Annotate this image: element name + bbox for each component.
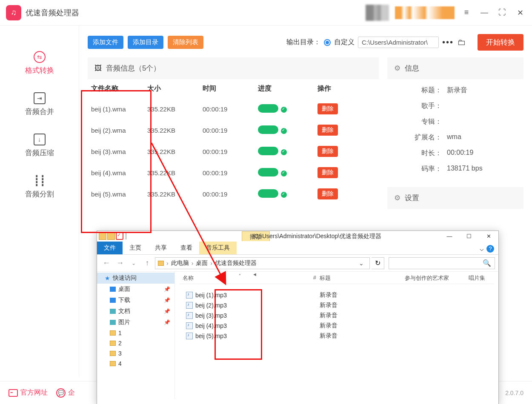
output-path-input[interactable]: C:\Users\Administrator\ — [358, 37, 439, 48]
help-icon[interactable]: ? — [486, 245, 494, 253]
info-value-duration: 00:00:19 — [447, 149, 473, 158]
ribbon-tab-share[interactable]: 共享 — [148, 242, 174, 254]
explorer-file-list: ◄ ˄ 名称 # 标题 参与创作的艺术家 唱片集 beij (1).mp3新录音… — [175, 272, 498, 399]
open-folder-icon[interactable]: 🗀 — [457, 37, 466, 47]
delete-button[interactable]: 删除 — [317, 125, 338, 136]
info-label-artist: 歌手： — [413, 102, 442, 111]
address-dropdown-icon[interactable]: ⌄ — [356, 260, 367, 267]
audio-info-title: 音频信息（5个） — [106, 63, 160, 73]
explorer-sidebar-item[interactable]: 4 — [97, 358, 174, 369]
refresh-icon[interactable]: ↻ — [372, 257, 384, 269]
address-bar[interactable]: › 此电脑 › 桌面 › 优速音频处理器 ⌄ — [155, 257, 370, 269]
nav-back-icon[interactable]: ← — [100, 257, 112, 269]
delete-button[interactable]: 删除 — [317, 103, 338, 114]
clear-list-button[interactable]: 清除列表 — [168, 36, 203, 49]
nav-forward-icon[interactable]: → — [114, 257, 126, 269]
star-icon: ★ — [105, 275, 110, 282]
minimize-icon[interactable]: — — [478, 7, 490, 19]
info-value-title: 新录音 — [447, 86, 467, 95]
gear-icon: ⚙ — [394, 193, 400, 202]
official-site-link[interactable]: 官方网址 — [9, 388, 48, 397]
explorer-file-row[interactable]: beij (5).mp3新录音 — [179, 331, 494, 341]
sidebar-item-audio-merge[interactable]: ⇥ 音频合并 — [0, 92, 79, 117]
address-folder-icon — [158, 261, 164, 266]
table-row[interactable]: beij (3).wma335.22KB00:00:19删除 — [88, 141, 379, 162]
custom-radio[interactable] — [324, 39, 331, 46]
mp3-file-icon — [186, 333, 193, 339]
explorer-file-row[interactable]: beij (2).mp3新录音 — [179, 300, 494, 310]
explorer-sidebar-item[interactable]: 文档📌 — [97, 306, 174, 317]
table-row[interactable]: beij (2).wma335.22KB00:00:19删除 — [88, 119, 379, 141]
col-track-num[interactable]: # — [303, 274, 320, 282]
explorer-file-row[interactable]: beij (3).mp3新录音 — [179, 310, 494, 321]
menu-icon[interactable]: ≡ — [460, 7, 472, 19]
sidebar-item-audio-compress[interactable]: ↓ 音频压缩 — [0, 134, 79, 158]
sidebar-item-audio-split[interactable]: ┋┋ 音频分割 — [0, 175, 79, 199]
explorer-sidebar-item[interactable]: 下载📌 — [97, 295, 174, 306]
file-name: beij (1).mp3 — [195, 292, 227, 299]
explorer-sidebar-item[interactable]: 图片📌 — [97, 317, 174, 328]
table-row[interactable]: beij (4).wma335.22KB00:00:19删除 — [88, 162, 379, 183]
explorer-sidebar-item[interactable]: 3 — [97, 348, 174, 358]
file-title: 新录音 — [320, 312, 405, 319]
explorer-sidebar-item[interactable]: 桌面📌 — [97, 284, 174, 295]
col-artist[interactable]: 参与创作的艺术家 — [405, 274, 469, 282]
sidebar-quick-access[interactable]: ★ 快速访问 — [97, 273, 174, 284]
sidebar-item-label: 下载 — [118, 296, 130, 304]
delete-button[interactable]: 删除 — [317, 167, 338, 178]
ribbon-tab-file[interactable]: 文件 — [97, 242, 123, 254]
explorer-close-icon[interactable]: ✕ — [479, 231, 498, 241]
custom-radio-label: 自定义 — [334, 38, 355, 47]
delete-button[interactable]: 删除 — [317, 146, 338, 157]
table-row[interactable]: beij (1).wma335.22KB00:00:19删除 — [88, 98, 379, 119]
explorer-qat-separator: | — [125, 232, 127, 240]
sidebar-item-label: 音频分割 — [25, 189, 54, 199]
explorer-file-row[interactable]: beij (4).mp3新录音 — [179, 321, 494, 331]
col-album[interactable]: 唱片集 — [469, 274, 494, 282]
file-title: 新录音 — [320, 332, 405, 340]
user-avatar[interactable] — [366, 5, 389, 21]
sidebar-item-label: 桌面 — [118, 285, 130, 293]
sidebar-item-format-convert[interactable]: ⇆ 格式转换 — [0, 51, 79, 75]
cell-time: 00:00:19 — [203, 191, 258, 198]
folder-icon — [110, 330, 116, 336]
close-icon[interactable]: ✕ — [514, 7, 526, 19]
crumb[interactable]: 桌面 — [196, 259, 208, 267]
col-progress: 进度 — [258, 84, 317, 93]
sidebar-item-label: 文档 — [118, 307, 130, 315]
explorer-sidebar-item[interactable]: 2 — [97, 338, 174, 348]
file-name: beij (4).mp3 — [195, 322, 227, 329]
browse-dots-button[interactable]: ••• — [442, 37, 454, 47]
add-dir-button[interactable]: 添加目录 — [128, 36, 163, 49]
explorer-sidebar-item[interactable]: 1 — [97, 328, 174, 338]
table-row[interactable]: beij (5).wma335.22KB00:00:19删除 — [88, 183, 379, 205]
cell-progress — [258, 189, 317, 199]
explorer-file-row[interactable]: beij (1).mp3新录音 — [179, 290, 494, 300]
folder-icon — [110, 361, 116, 366]
cell-progress — [258, 147, 317, 156]
start-convert-button[interactable]: 开始转换 — [478, 34, 523, 51]
chat-link[interactable]: 💬 企 — [56, 388, 75, 398]
col-name[interactable]: 名称 — [179, 274, 303, 282]
cell-progress — [258, 125, 317, 135]
ribbon-collapse-icon[interactable]: ⌵ — [480, 245, 484, 253]
explorer-search-input[interactable]: 🔍 — [389, 257, 495, 269]
add-file-button[interactable]: 添加文件 — [88, 36, 123, 49]
ribbon-tab-view[interactable]: 查看 — [174, 242, 199, 254]
ribbon-tab-music[interactable]: 音乐工具 — [199, 242, 237, 254]
nav-history-dropdown-icon[interactable]: ⌄ — [128, 257, 140, 269]
ribbon-tab-home[interactable]: 主页 — [123, 242, 148, 254]
explorer-maximize-icon[interactable]: ☐ — [459, 231, 479, 241]
col-title[interactable]: 标题 — [320, 274, 405, 282]
crumb[interactable]: 此电脑 — [171, 259, 189, 267]
file-title: 新录音 — [320, 322, 405, 330]
user-banner[interactable] — [395, 6, 455, 19]
delete-button[interactable]: 删除 — [317, 188, 338, 199]
fullscreen-icon[interactable]: ⛶ — [496, 7, 508, 19]
file-title: 新录音 — [320, 302, 405, 309]
crumb[interactable]: 优速音频处理器 — [215, 259, 257, 267]
nav-up-icon[interactable]: ↑ — [141, 257, 153, 269]
cell-size: 335.22KB — [147, 148, 203, 155]
explorer-minimize-icon[interactable]: — — [440, 231, 459, 241]
info-value-bitrate: 138171 bps — [447, 165, 483, 174]
